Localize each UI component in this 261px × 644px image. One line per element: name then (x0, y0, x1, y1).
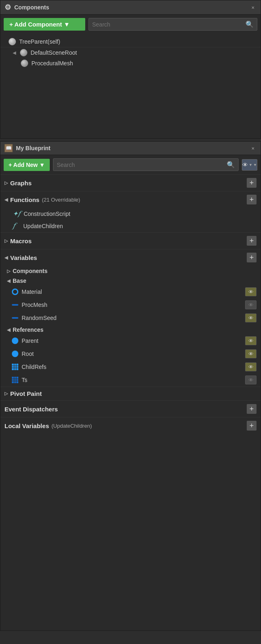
pivot-paint-section-header[interactable]: ▷ Pivot Paint (0, 386, 261, 400)
blueprint-search-box: 🔍 (53, 158, 239, 171)
childrefs-item-left: ChildRefs (12, 364, 46, 370)
components-tree: TreeParent(self) ◀ DefaultSceneRoot Proc… (0, 34, 261, 71)
ts-item-left: Ts (12, 377, 27, 383)
defaultsceneroot-arrow: ◀ (13, 50, 16, 56)
tree-item-defaultsceneroot[interactable]: ◀ DefaultSceneRoot (0, 47, 261, 58)
graphs-add-button[interactable]: + (247, 178, 257, 188)
blueprint-search-input[interactable] (57, 162, 224, 168)
components-search-icon: 🔍 (246, 20, 254, 28)
proceduralmesh-icon (21, 60, 28, 67)
components-subsection-header[interactable]: ▷ Components (0, 266, 261, 275)
blueprint-title-text: My Blueprint (16, 145, 51, 151)
blueprint-visibility-toggle[interactable]: 👁 ▼ (242, 159, 257, 171)
event-dispatchers-label: Event Dispatchers (4, 406, 58, 413)
local-variables-add-button[interactable]: + (247, 421, 257, 431)
macros-section-left: ▷ Macros (4, 238, 32, 244)
variable-procmesh[interactable]: ProcMesh 👁 (0, 298, 261, 311)
procmesh-dot-icon (12, 304, 18, 306)
root-label: Root (22, 351, 34, 357)
childrefs-eye-icon: 👁 (248, 364, 254, 370)
variable-parent[interactable]: Parent 👁 (0, 334, 261, 347)
components-panel-title: ⚙ Components (4, 3, 49, 12)
blueprint-close-button[interactable]: × (249, 144, 257, 152)
functions-badge: (21 Overridable) (42, 197, 80, 203)
components-icon: ⚙ (4, 3, 11, 12)
functions-section-header[interactable]: ◀ Functions (21 Overridable) + (0, 191, 261, 208)
ts-eye-icon: 👁 (248, 377, 254, 383)
material-eye-icon: 👁 (248, 289, 254, 295)
childrefs-eye-button[interactable]: 👁 (245, 362, 257, 371)
blueprint-panel: 📖 My Blueprint × + Add New ▼ 🔍 👁 ▼ ▷ Gra… (0, 141, 261, 631)
randomseed-eye-icon: 👁 (248, 315, 254, 321)
variable-childrefs[interactable]: ChildRefs 👁 (0, 360, 261, 373)
procmesh-eye-button[interactable]: 👁 (245, 300, 257, 309)
base-subsection-arrow: ◀ (7, 278, 10, 284)
material-item-left: Material (12, 289, 42, 295)
root-item-left: Root (12, 351, 34, 357)
eye-icon: 👁 (242, 162, 248, 168)
randomseed-label: RandomSeed (22, 315, 57, 321)
add-new-button[interactable]: + Add New ▼ (4, 159, 50, 171)
material-eye-button[interactable]: 👁 (245, 287, 257, 296)
randomseed-item-left: RandomSeed (12, 315, 57, 321)
root-eye-button[interactable]: 👁 (245, 349, 257, 358)
parent-eye-icon: 👁 (248, 338, 254, 344)
macros-section-header[interactable]: ▷ Macros + (0, 232, 261, 249)
components-search-input[interactable] (92, 21, 243, 28)
procmesh-eye-icon: 👁 (248, 302, 254, 308)
functions-add-button[interactable]: + (247, 195, 257, 204)
variables-section-left: ◀ Variables (4, 254, 37, 261)
proceduralmesh-label: ProceduralMesh (31, 60, 73, 67)
material-dot-icon (12, 289, 18, 295)
variable-randomseed[interactable]: RandomSeed 👁 (0, 311, 261, 324)
blueprint-panel-title: 📖 My Blueprint (4, 144, 51, 152)
function-item-updatechildren[interactable]: 𝑓 UpdateChildren (0, 220, 261, 232)
defaultsceneroot-label: DefaultSceneRoot (31, 49, 77, 56)
pivot-paint-label: Pivot Paint (10, 390, 42, 397)
graphs-label: Graphs (10, 180, 32, 187)
blueprint-search-icon: 🔍 (227, 161, 235, 169)
defaultsceneroot-icon (20, 49, 27, 56)
childrefs-grid-icon (12, 364, 18, 370)
material-label: Material (22, 289, 42, 295)
references-subsection-label: References (13, 326, 44, 333)
macros-label: Macros (10, 238, 32, 244)
components-subsection-label: Components (13, 268, 48, 274)
event-dispatchers-add-button[interactable]: + (247, 404, 257, 414)
blueprint-icon: 📖 (4, 144, 13, 152)
macros-add-button[interactable]: + (247, 236, 257, 246)
references-subsection-header[interactable]: ◀ References (0, 324, 261, 334)
variables-arrow: ◀ (4, 255, 8, 260)
local-variables-badge: (UpdateChildren) (51, 423, 92, 429)
components-toolbar: + Add Component ▼ 🔍 (0, 15, 261, 34)
variable-ts[interactable]: Ts 👁 (0, 373, 261, 386)
blueprint-panel-header: 📖 My Blueprint × (0, 142, 261, 155)
variables-add-button[interactable]: + (247, 253, 257, 262)
tree-item-treeparent[interactable]: TreeParent(self) (0, 36, 261, 47)
event-dispatchers-section-header[interactable]: Event Dispatchers + (0, 400, 261, 417)
variable-root[interactable]: Root 👁 (0, 347, 261, 360)
variables-section-header[interactable]: ◀ Variables + (0, 249, 261, 266)
parent-label: Parent (22, 338, 38, 344)
parent-eye-button[interactable]: 👁 (245, 336, 257, 345)
components-search-box: 🔍 (88, 18, 257, 31)
tree-item-proceduralmesh[interactable]: ProceduralMesh (0, 58, 261, 69)
ts-eye-button[interactable]: 👁 (245, 375, 257, 384)
base-subsection-header[interactable]: ◀ Base (0, 275, 261, 285)
pivot-paint-arrow: ▷ (4, 391, 8, 396)
local-variables-section-header[interactable]: Local Variables (UpdateChildren) + (0, 417, 261, 434)
function-item-constructionscript[interactable]: ✦𝑓 ConstructionScript (0, 208, 261, 220)
local-variables-left: Local Variables (UpdateChildren) (4, 422, 92, 429)
randomseed-dot-icon (12, 317, 18, 319)
functions-label: Functions (10, 196, 40, 203)
graphs-arrow: ▷ (4, 180, 8, 186)
variable-material[interactable]: Material 👁 (0, 285, 261, 298)
treeparent-icon (9, 38, 16, 45)
variables-label: Variables (10, 254, 37, 261)
add-component-button[interactable]: + Add Component ▼ (4, 18, 85, 31)
components-close-button[interactable]: × (249, 4, 257, 11)
randomseed-eye-button[interactable]: 👁 (245, 313, 257, 322)
graphs-section-header[interactable]: ▷ Graphs + (0, 174, 261, 191)
update-children-icon: 𝑓 (13, 222, 20, 230)
functions-arrow: ◀ (4, 197, 8, 202)
